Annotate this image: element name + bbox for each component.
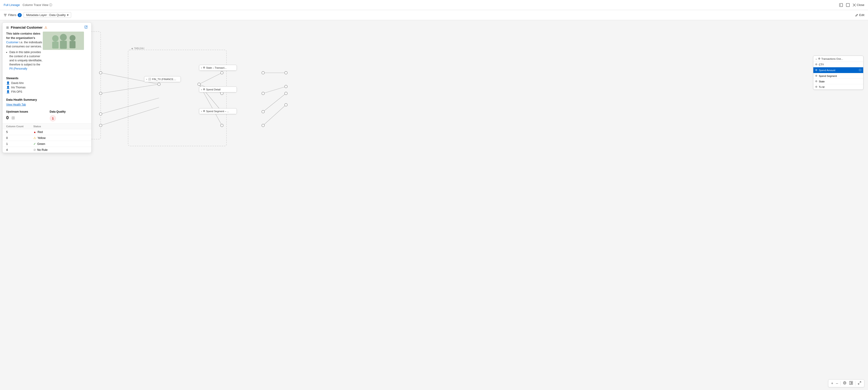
dq-section: Data Quality 1 — [50, 110, 88, 122]
data-health-section: Data Health Summary View Health Tab — [2, 96, 91, 108]
full-lineage-link[interactable]: Full Lineage — [4, 3, 20, 7]
status-label-yellow: ⚠ Yellow — [33, 136, 88, 140]
edit-button[interactable]: Edit — [855, 13, 864, 17]
toolbar-divider — [840, 381, 841, 386]
popup-card: ⊞ Financial Customer ⚠ This table contai… — [2, 23, 92, 153]
chevron-down-icon: ▾ — [67, 13, 69, 17]
tableau-group-label: ◈ TABLEAU — [130, 47, 145, 50]
steward-david: 👤 David Ahn — [6, 81, 88, 85]
upstream-count: 0 — [6, 115, 9, 120]
fin-tx-node[interactable]: › ⬜ FIN_TX (FINANCE.... — [144, 76, 181, 82]
external-link-icon[interactable] — [85, 25, 88, 29]
metadata-label: Metadata Layer : Data Quality — [26, 13, 66, 17]
trans-icon-state: ⚙ — [815, 80, 817, 83]
popup-description: This table contains dates for the organi… — [6, 32, 88, 71]
svg-line-53 — [860, 382, 861, 383]
data-health-title: Data Health Summary — [6, 98, 88, 101]
trans-item-spend-amount[interactable]: ⚙ Spend Amount ⓘ — [813, 67, 863, 73]
status-row-red: 5 ▲ Red — [2, 129, 91, 135]
spend-segment-node[interactable]: › ⚙ Spend Segment – ... — [199, 108, 237, 114]
transactions-header: ⌄ ⚙ Transactions Ove... — [813, 56, 863, 62]
trans-icon-spend-segment: ⚙ — [815, 74, 817, 77]
svg-point-34 — [158, 83, 160, 86]
popup-image — [43, 32, 84, 50]
svg-line-19 — [101, 84, 159, 93]
popup-title: Financial Customer — [11, 25, 42, 29]
fit-button[interactable] — [842, 381, 847, 386]
filters-label: Filters — [8, 13, 16, 17]
trans-item-tx-id[interactable]: ⚙ Tx Id — [813, 84, 863, 89]
svg-point-39 — [221, 124, 223, 127]
popup-title-row: ⊞ Financial Customer ⚠ — [6, 25, 48, 29]
person-icon-2: 👤 — [6, 86, 10, 89]
svg-point-48 — [843, 382, 846, 384]
view-health-link[interactable]: View Health Tab — [6, 103, 26, 106]
state-transact-label: State – Transact... — [206, 66, 226, 69]
status-count-yellow: 0 — [6, 137, 33, 140]
col-count-header: Column Count — [6, 125, 33, 128]
status-row-yellow: 0 ⚠ Yellow — [2, 135, 91, 141]
svg-line-22 — [199, 73, 222, 84]
person-icon-3: 👤 — [6, 90, 10, 93]
steward-iris: 👤 Iris Thomas — [6, 86, 88, 89]
state-trans-icon: ⚙ — [203, 66, 205, 69]
trans-label-state: State — [819, 80, 825, 83]
customer-link[interactable]: Customer — [6, 41, 19, 44]
desc-bold: This table contains dates for the organi… — [6, 32, 42, 48]
svg-point-40 — [262, 71, 265, 74]
svg-point-30 — [99, 71, 102, 74]
dot-red-icon: ▲ — [33, 130, 36, 134]
svg-point-43 — [262, 124, 265, 127]
status-count-red: 5 — [6, 130, 33, 134]
svg-line-27 — [263, 87, 286, 93]
pii-link[interactable]: PII (Personally — [9, 67, 27, 70]
trans-item-spend-segment[interactable]: ⚙ Spend Segment — [813, 73, 863, 79]
trans-label-spend-amount: Spend Amount — [819, 69, 835, 72]
svg-rect-50 — [849, 381, 851, 385]
zoom-in-button[interactable]: + — [830, 381, 834, 386]
person-icon-1: 👤 — [6, 81, 10, 85]
transactions-panel: ⌄ ⚙ Transactions Ove... ⚙ CTY ⚙ Spend Am… — [813, 56, 863, 90]
layout-button[interactable] — [848, 381, 854, 386]
svg-point-45 — [285, 85, 287, 88]
svg-point-49 — [844, 382, 845, 384]
svg-point-32 — [99, 113, 102, 115]
svg-line-28 — [263, 93, 286, 112]
window-icon-2[interactable] — [846, 3, 850, 7]
spend-detail-icon: ⚙ — [203, 88, 205, 91]
graph-svg — [0, 20, 868, 390]
fin-tx-label: FIN_TX (FINANCE.... — [152, 78, 176, 81]
status-row-norule: 4 ⊘ No Rule — [2, 147, 91, 153]
zoom-out-button[interactable]: – — [835, 381, 839, 386]
info-icon: ⓘ — [49, 3, 52, 7]
state-transact-node[interactable]: › ⚙ State – Transact... — [199, 65, 237, 71]
popup-header: ⊞ Financial Customer ⚠ — [2, 23, 91, 29]
svg-point-31 — [99, 92, 102, 95]
expand-button[interactable] — [857, 381, 862, 386]
spend-detail-node[interactable]: › ⚙ Spend Detail — [199, 87, 237, 92]
topbar-left: Full Lineage Column Trace View ⓘ — [4, 3, 52, 7]
svg-line-29 — [263, 105, 286, 125]
dot-yellow-icon: ⚠ — [33, 136, 36, 140]
window-icon-1[interactable] — [839, 3, 843, 7]
expand-icon: › — [146, 78, 147, 81]
filters-button[interactable]: Filters 2 — [4, 13, 22, 17]
bottom-toolbar: + – — [828, 380, 864, 387]
tableau-icon: ◈ — [131, 47, 133, 50]
metadata-dropdown[interactable]: Metadata Layer : Data Quality ▾ — [24, 12, 71, 18]
trans-icon-tx-id: ⚙ — [815, 85, 817, 88]
filter-count-badge: 2 — [18, 13, 22, 17]
main-canvas[interactable]: ⊞ Financial Customer ⚠ This table contai… — [0, 20, 868, 390]
topbar-right: Close — [839, 3, 864, 7]
close-button[interactable]: Close — [853, 3, 864, 7]
svg-point-44 — [285, 71, 287, 74]
trans-item-cty[interactable]: ⚙ CTY — [813, 62, 863, 67]
popup-body: This table contains dates for the organi… — [2, 29, 91, 75]
trans-item-state[interactable]: ⚙ State — [813, 79, 863, 84]
dot-gray-icon: ⊘ — [33, 148, 36, 151]
col-status-header: Status — [33, 125, 88, 128]
dq-badge: 1 — [50, 115, 56, 122]
toolbar-divider-2 — [855, 381, 856, 386]
transactions-header-left: ⌄ ⚙ Transactions Ove... — [815, 57, 843, 60]
svg-point-47 — [285, 103, 287, 106]
